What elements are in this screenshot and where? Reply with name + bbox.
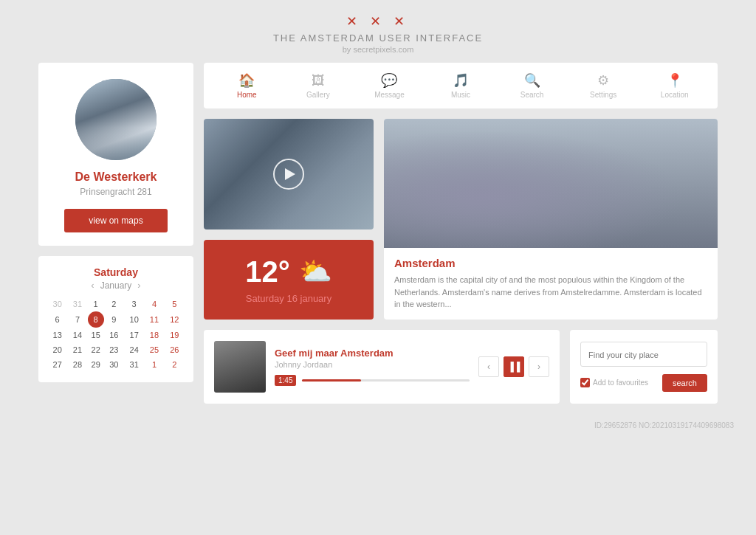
play-button[interactable]	[273, 159, 304, 190]
music-progress-row: 1:45	[275, 375, 470, 386]
table-row: 9	[104, 311, 124, 328]
table-row: 25	[144, 342, 164, 357]
calendar-prev[interactable]: ‹	[91, 280, 94, 291]
nav-label-search: Search	[520, 91, 544, 99]
weather-icon: ⛅	[299, 256, 332, 287]
nav-bar: 🏠 Home 🖼 Gallery 💬 Message 🎵 Music 🔍 Sea…	[204, 63, 718, 108]
calendar-next[interactable]: ›	[137, 280, 140, 291]
nav-item-message[interactable]: 💬 Message	[354, 65, 425, 106]
search-card: Add to favourites search	[570, 330, 718, 404]
nav-label-music: Music	[451, 91, 470, 99]
article-image-inner	[384, 119, 718, 248]
table-row: 2	[165, 357, 185, 372]
avatar-image	[75, 79, 157, 160]
table-row: 7	[67, 311, 87, 328]
music-controls: ‹ ▐▐ ›	[478, 356, 549, 377]
nav-item-location[interactable]: 📍 Location	[639, 65, 710, 106]
avatar	[75, 79, 157, 160]
next-button[interactable]: ›	[529, 356, 549, 377]
table-row: 22	[88, 342, 104, 357]
watermark: ID:29652876 NO:20210319174409698083	[0, 418, 756, 432]
table-row: 13	[47, 328, 67, 342]
article-card: Amsterdam Amsterdam is the capital city …	[384, 119, 718, 320]
table-row: 10	[124, 311, 144, 328]
nav-label-settings: Settings	[590, 91, 616, 99]
music-player: Geef mij maar Amsterdam Johnny Jordaan 1…	[204, 330, 560, 404]
table-row: 27	[47, 357, 67, 372]
table-row: 1	[144, 357, 164, 372]
table-row: 30	[104, 357, 124, 372]
right-column: 🏠 Home 🖼 Gallery 💬 Message 🎵 Music 🔍 Sea…	[204, 63, 718, 404]
table-row: 2	[104, 297, 124, 311]
search-input-wrapper	[580, 342, 707, 367]
music-icon: 🎵	[453, 72, 469, 89]
calendar-header: Saturday ‹ January ›	[47, 266, 185, 291]
nav-item-gallery[interactable]: 🖼 Gallery	[283, 66, 354, 106]
profile-name: De Westerkerk	[75, 170, 157, 184]
table-row: 4	[144, 297, 164, 311]
music-thumbnail	[214, 341, 266, 393]
table-row: 12	[165, 311, 185, 328]
nav-label-home: Home	[237, 91, 257, 99]
left-column: De Westerkerk Prinsengracht 281 view on …	[38, 63, 193, 404]
table-row: 21	[67, 342, 87, 357]
table-row: 23	[104, 342, 124, 357]
header-subtitle: by secretpixels.com	[0, 45, 756, 54]
table-row: 11	[144, 311, 164, 328]
location-icon: 📍	[667, 72, 683, 89]
settings-icon: ⚙	[597, 72, 609, 89]
table-row: 3	[124, 297, 144, 311]
header-title: THE AMSTERDAM USER INTERFACE	[0, 32, 756, 44]
table-row: 30	[47, 297, 67, 311]
article-image	[384, 119, 718, 248]
table-row: 29	[88, 357, 104, 372]
article-title: Amsterdam	[394, 257, 707, 269]
music-title: Geef mij maar Amsterdam	[275, 348, 470, 359]
gallery-icon: 🖼	[312, 73, 325, 89]
content-row-2: Geef mij maar Amsterdam Johnny Jordaan 1…	[204, 330, 718, 404]
music-progress-bar	[302, 379, 470, 382]
home-icon: 🏠	[238, 72, 255, 89]
header-crosses: ✕ ✕ ✕	[0, 13, 756, 30]
weather-temperature: 12°	[245, 255, 290, 289]
weather-card: 12° ⛅ Saturday 16 january	[204, 240, 374, 320]
main-layout: De Westerkerk Prinsengracht 281 view on …	[16, 63, 740, 418]
prev-button[interactable]: ‹	[478, 356, 499, 377]
page-header: ✕ ✕ ✕ THE AMSTERDAM USER INTERFACE by se…	[0, 0, 756, 63]
nav-item-home[interactable]: 🏠 Home	[211, 65, 283, 106]
view-maps-button[interactable]: view on maps	[64, 209, 168, 232]
table-row: 20	[47, 342, 67, 357]
pause-button[interactable]: ▐▐	[504, 356, 524, 377]
nav-item-settings[interactable]: ⚙ Settings	[568, 65, 639, 106]
calendar-day: Saturday	[47, 266, 185, 278]
table-row: 5	[165, 297, 185, 311]
nav-label-gallery: Gallery	[306, 91, 330, 99]
content-row-1: 12° ⛅ Saturday 16 january Amsterdam Amst…	[204, 119, 718, 320]
video-overlay	[204, 119, 374, 229]
music-time: 1:45	[275, 375, 296, 386]
nav-label-location: Location	[661, 91, 689, 99]
weather-date: Saturday 16 january	[246, 293, 331, 304]
table-row: 31	[67, 297, 87, 311]
table-row: 19	[165, 328, 185, 342]
music-thumb-image	[214, 341, 266, 393]
search-input[interactable]	[588, 351, 699, 359]
nav-item-music[interactable]: 🎵 Music	[425, 65, 497, 106]
music-info: Geef mij maar Amsterdam Johnny Jordaan 1…	[275, 348, 470, 386]
calendar-card: Saturday ‹ January › 30 31 1 2 3 4	[38, 256, 193, 382]
weather-main: 12° ⛅	[245, 255, 332, 289]
table-row: 31	[124, 357, 144, 372]
profile-card: De Westerkerk Prinsengracht 281 view on …	[38, 63, 193, 246]
table-row: 28	[67, 357, 87, 372]
table-row: 24	[124, 342, 144, 357]
table-row: 14	[67, 328, 87, 342]
message-icon: 💬	[381, 72, 397, 89]
search-icon: 🔍	[524, 72, 540, 89]
nav-item-search[interactable]: 🔍 Search	[496, 65, 568, 106]
search-button[interactable]: search	[662, 374, 707, 392]
calendar-grid: 30 31 1 2 3 4 5 6 7 8 9 10 11	[47, 297, 185, 372]
table-row: 26	[165, 342, 185, 357]
video-thumbnail	[204, 119, 374, 229]
search-bottom-row: Add to favourites search	[580, 374, 707, 392]
favourites-checkbox[interactable]	[580, 378, 590, 387]
